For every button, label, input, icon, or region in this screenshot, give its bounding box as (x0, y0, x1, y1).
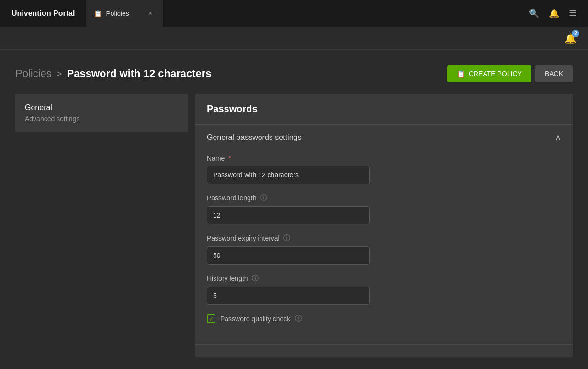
general-passwords-section: General passwords settings ∧ Name * (195, 125, 573, 345)
expiry-label: Password expiry interval ⓘ (207, 234, 561, 242)
breadcrumb-link[interactable]: Policies (15, 68, 52, 80)
expiry-label-text: Password expiry interval (207, 234, 280, 242)
action-buttons: 📋 CREATE POLICY BACK (447, 65, 573, 82)
notification-badge: 2 (572, 30, 579, 37)
sidebar-general-title: General (25, 104, 178, 112)
section-title: General passwords settings (207, 133, 301, 142)
notification-bar: 🔔 2 (0, 27, 588, 50)
expiry-interval-group: Password expiry interval ⓘ (207, 234, 561, 265)
history-length-group: History length ⓘ (207, 274, 561, 305)
section-toggle-icon: ∧ (555, 132, 561, 143)
password-length-label-text: Password length (207, 194, 257, 202)
tab-policies[interactable]: 📋 Policies × (86, 0, 163, 27)
quality-check-info-icon[interactable]: ⓘ (295, 314, 302, 323)
password-length-group: Password length ⓘ (207, 194, 561, 224)
bell-icon[interactable]: 🔔 (549, 8, 559, 19)
checkbox-check-icon: ✓ (209, 316, 214, 322)
create-policy-button[interactable]: 📋 CREATE POLICY (447, 65, 531, 82)
nav-left: Univention Portal 📋 Policies × (0, 0, 163, 27)
notification-bell[interactable]: 🔔 2 (565, 33, 577, 44)
breadcrumb-separator: > (57, 69, 62, 80)
create-policy-label: CREATE POLICY (469, 70, 522, 78)
password-length-label: Password length ⓘ (207, 194, 561, 202)
tab-icon: 📋 (94, 10, 102, 17)
content-panel: Passwords General passwords settings ∧ N… (195, 94, 573, 357)
breadcrumb-row: Policies > Password with 12 characters 📋… (15, 65, 573, 82)
breadcrumb-current: Password with 12 characters (67, 68, 212, 80)
sidebar: General Advanced settings (15, 94, 188, 357)
history-label: History length ⓘ (207, 274, 561, 283)
quality-check-group: ✓ Password quality check ⓘ (207, 314, 561, 323)
menu-icon[interactable]: ☰ (569, 8, 577, 19)
main-content: Policies > Password with 12 characters 📋… (0, 50, 588, 369)
sidebar-card: General Advanced settings (15, 94, 188, 132)
form-body: Name * Password length ⓘ (195, 150, 573, 344)
section-header[interactable]: General passwords settings ∧ (195, 125, 573, 150)
history-label-text: History length (207, 275, 248, 282)
sidebar-advanced-settings[interactable]: Advanced settings (25, 115, 178, 123)
tab-close-button[interactable]: × (146, 9, 155, 18)
create-icon: 📋 (457, 70, 465, 78)
name-required-marker: * (228, 154, 231, 162)
expiry-input[interactable] (207, 246, 370, 265)
nav-right: 🔍 🔔 ☰ (529, 8, 588, 19)
top-nav: Univention Portal 📋 Policies × 🔍 🔔 ☰ (0, 0, 588, 27)
quality-check-label: Password quality check (220, 315, 290, 323)
panel-title: Passwords (195, 94, 573, 125)
name-input[interactable] (207, 166, 370, 184)
name-field-group: Name * (207, 154, 561, 184)
history-length-input[interactable] (207, 287, 370, 305)
password-length-input[interactable] (207, 206, 370, 224)
tab-label: Policies (106, 10, 129, 17)
quality-check-row: ✓ Password quality check ⓘ (207, 314, 561, 323)
password-length-info-icon[interactable]: ⓘ (260, 194, 267, 202)
name-label-text: Name (207, 154, 225, 162)
back-button[interactable]: BACK (535, 65, 573, 82)
page-body: General Advanced settings Passwords Gene… (15, 94, 573, 357)
breadcrumb: Policies > Password with 12 characters (15, 68, 212, 80)
app-title: Univention Portal (0, 0, 86, 27)
name-label: Name * (207, 154, 561, 162)
history-info-icon[interactable]: ⓘ (252, 274, 259, 283)
quality-check-checkbox[interactable]: ✓ (207, 314, 215, 323)
expiry-info-icon[interactable]: ⓘ (283, 234, 290, 242)
search-icon[interactable]: 🔍 (529, 8, 539, 19)
